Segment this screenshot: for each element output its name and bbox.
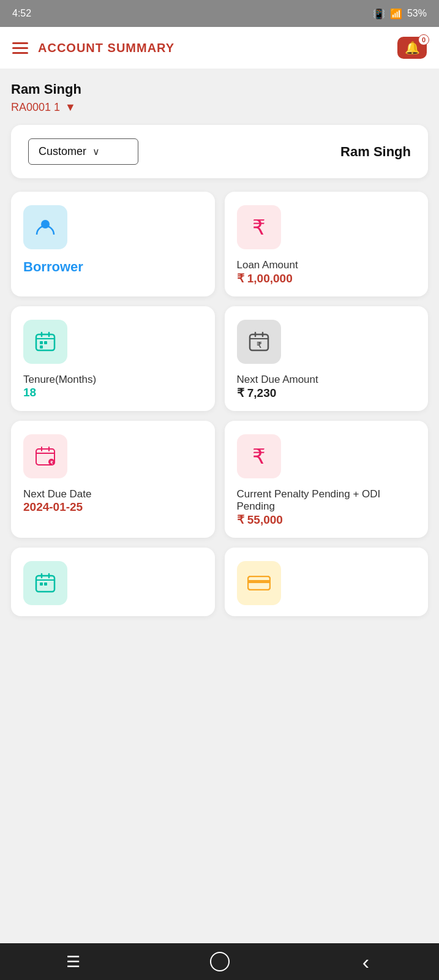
calendar-rupee-icon: ₹ xyxy=(247,330,271,353)
role-chevron-icon: ∨ xyxy=(92,146,100,157)
tenure-value: 18 xyxy=(23,386,203,399)
person-icon xyxy=(34,216,56,238)
cards-grid: Borrower ₹ Loan Amount ₹ 1,00,000 xyxy=(11,192,428,616)
loan-amount-label: Loan Amount xyxy=(237,259,416,271)
penalty-info: Current Penalty Pending + ODI Pending ₹ … xyxy=(237,488,416,527)
loan-amount-card[interactable]: ₹ Loan Amount ₹ 1,00,000 xyxy=(225,192,429,296)
calendar-alert-icon: ₹ xyxy=(34,445,57,468)
svg-rect-23 xyxy=(40,582,43,586)
svg-rect-7 xyxy=(40,345,43,349)
next-due-date-value: 2024-01-25 xyxy=(23,500,203,514)
bottom-menu-button[interactable]: ☰ xyxy=(55,948,92,975)
next-due-date-label: Next Due Date xyxy=(23,488,203,500)
menu-button[interactable] xyxy=(12,42,28,54)
account-dropdown-arrow: ▼ xyxy=(65,101,76,114)
rupee-icon: ₹ xyxy=(252,215,266,239)
bottom-home-button[interactable] xyxy=(201,948,238,975)
wifi-icon: 📶 xyxy=(390,8,402,20)
next-due-amount-card[interactable]: ₹ Next Due Amount ₹ 7,230 xyxy=(225,306,429,411)
svg-rect-26 xyxy=(248,580,270,583)
partial-card-2-icon-wrap xyxy=(237,561,281,605)
bottom-back-button[interactable]: ‹ xyxy=(348,948,385,975)
bottom-menu-icon: ☰ xyxy=(66,952,80,971)
battery-icon: 53% xyxy=(407,8,427,19)
next-due-date-card[interactable]: ₹ Next Due Date 2024-01-25 xyxy=(11,421,215,538)
penalty-icon-wrap: ₹ xyxy=(237,434,281,478)
loan-amount-icon-wrap: ₹ xyxy=(237,205,281,249)
bell-icon: 🔔 xyxy=(405,40,420,55)
notification-button[interactable]: 🔔 0 xyxy=(397,37,427,59)
borrower-icon-wrap xyxy=(23,205,67,249)
bottom-back-icon: ‹ xyxy=(362,950,369,974)
user-info: Ram Singh RA0001 1 ▼ xyxy=(11,81,428,114)
vibrate-icon: 📳 xyxy=(373,8,385,20)
partial-card-1[interactable] xyxy=(11,548,215,616)
header-title: ACCOUNT SUMMARY xyxy=(38,41,174,55)
partial-card-1-icon-wrap xyxy=(23,561,67,605)
svg-rect-6 xyxy=(44,341,47,344)
account-dropdown[interactable]: RA0001 1 ▼ xyxy=(11,101,428,114)
notification-badge: 0 xyxy=(418,34,429,45)
header-left: ACCOUNT SUMMARY xyxy=(12,41,174,55)
penalty-value: ₹ 55,000 xyxy=(237,513,416,527)
bottom-home-icon xyxy=(210,952,230,971)
svg-rect-24 xyxy=(44,582,47,586)
header: ACCOUNT SUMMARY 🔔 0 xyxy=(0,27,439,69)
role-select-label: Customer xyxy=(39,145,86,158)
borrower-label: Borrower xyxy=(23,259,203,275)
role-select[interactable]: Customer ∨ xyxy=(28,138,138,165)
svg-text:₹: ₹ xyxy=(257,341,262,350)
tenure-card[interactable]: Tenure(Months) 18 xyxy=(11,306,215,411)
next-due-date-info: Next Due Date 2024-01-25 xyxy=(23,488,203,514)
loan-amount-info: Loan Amount ₹ 1,00,000 xyxy=(237,259,416,285)
status-bar: 4:52 📳 📶 53% xyxy=(0,0,439,27)
penalty-rupee-icon: ₹ xyxy=(252,444,266,469)
next-due-amount-label: Next Due Amount xyxy=(237,374,416,386)
tenure-info: Tenure(Months) 18 xyxy=(23,374,203,399)
tenure-icon-wrap xyxy=(23,320,67,364)
status-time: 4:52 xyxy=(12,8,31,19)
tenure-label: Tenure(Months) xyxy=(23,374,203,386)
svg-rect-5 xyxy=(40,341,43,344)
card-icon xyxy=(247,576,271,590)
status-icons: 📳 📶 53% xyxy=(373,8,427,20)
account-id: RA0001 1 xyxy=(11,101,60,114)
role-customer-name: Ram Singh xyxy=(340,144,411,160)
borrower-card[interactable]: Borrower xyxy=(11,192,215,296)
role-card: Customer ∨ Ram Singh xyxy=(11,125,428,178)
next-due-date-icon-wrap: ₹ xyxy=(23,434,67,478)
next-due-amount-icon-wrap: ₹ xyxy=(237,320,281,364)
penalty-card[interactable]: ₹ Current Penalty Pending + ODI Pending … xyxy=(225,421,429,538)
next-due-amount-value: ₹ 7,230 xyxy=(237,386,416,400)
bottom-navigation: ☰ ‹ xyxy=(0,943,439,980)
calendar-teal-icon xyxy=(34,571,57,595)
next-due-amount-info: Next Due Amount ₹ 7,230 xyxy=(237,374,416,400)
user-name: Ram Singh xyxy=(11,81,428,97)
main-content: Ram Singh RA0001 1 ▼ Customer ∨ Ram Sing… xyxy=(0,69,439,943)
calendar-icon xyxy=(34,330,57,353)
partial-card-2[interactable] xyxy=(225,548,429,616)
loan-amount-value: ₹ 1,00,000 xyxy=(237,271,416,285)
penalty-label: Current Penalty Pending + ODI Pending xyxy=(237,488,416,513)
